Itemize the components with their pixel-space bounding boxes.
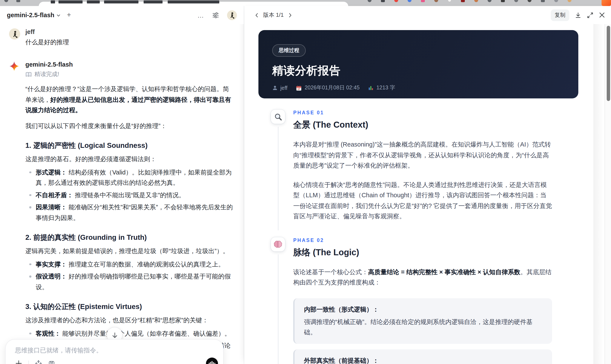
bullet-dot	[29, 206, 31, 208]
assistant-name: gemini-2.5-flash	[25, 60, 235, 69]
version-label: 版本 1/1	[263, 11, 284, 19]
divider	[28, 360, 29, 364]
timeline-connector	[278, 254, 279, 364]
bullet-dot	[29, 171, 31, 173]
chat-panel: gemini-2.5-flash + …	[0, 6, 244, 364]
extension-icon-fragment	[408, 0, 412, 2]
calendar-icon: 17	[296, 85, 302, 91]
chat-section-heading: 2. 前提的真实性 (Grounding in Truth)	[25, 232, 235, 242]
previous-version-button[interactable]	[254, 13, 259, 17]
browser-icon-fragment	[16, 0, 20, 2]
new-chat-button[interactable]: +	[67, 11, 71, 19]
extension-icon-fragment	[421, 0, 425, 2]
extension-icon-fragment	[381, 0, 385, 2]
brain-icon	[271, 237, 285, 251]
dimension-card: 内部一致性（形式逻辑）：强调推理的“机械正确”。结论必须在给定的规则系统内逻辑自…	[293, 298, 552, 344]
phase-paragraph: 核心情境在于解决“思考的随意性”问题。不论是人类通过批判性思维进行决策，还是大语…	[293, 179, 552, 221]
gemini-star-icon	[9, 61, 19, 71]
bullet-dot	[29, 275, 31, 277]
chat-section-heading: 1. 逻辑的严密性 (Logical Soundness)	[25, 140, 235, 150]
composer-placeholder: 思维接口已就绪，请传输指令。	[15, 346, 214, 354]
report-phase-section: PHASE 01全景 (The Context)本内容是对“推理 (Reason…	[244, 110, 593, 224]
phase-label: PHASE 02	[293, 237, 552, 243]
close-button[interactable]	[599, 12, 605, 18]
model-selector[interactable]: gemini-2.5-flash	[7, 12, 61, 18]
chevron-down-icon	[56, 13, 61, 18]
user-avatar	[9, 28, 20, 39]
bullet-dot	[29, 263, 31, 265]
model-name: gemini-2.5-flash	[7, 12, 54, 18]
app-window: gemini-2.5-flash + …	[0, 0, 611, 364]
assistant-body: “什么是好的推理？”这是一个涉及逻辑学、认知科学和哲学核心的问题。简单来说，好的…	[25, 84, 235, 364]
dimension-card: 外部真实性（前提基础）：强调推理的“经验校准”。解决“GIGO（垃圾进，垃圾出）…	[293, 349, 552, 364]
chat-bullet-list: 形式逻辑： 结构必须有效（Valid）。比如演绎推理中，如果前提全部为真，那么通…	[25, 167, 235, 223]
chat-header: gemini-2.5-flash + …	[0, 6, 244, 24]
message-composer[interactable]: 思维接口已就绪，请传输指令。	[5, 339, 224, 364]
phase-title: 脉络 (The Logic)	[293, 246, 552, 258]
browser-toolbar-strip	[0, 0, 611, 6]
chat-bullet-item: 客观性： 能够识别并尽量排除个人偏见（如幸存者偏差、确认偏差）。	[25, 328, 235, 339]
waveform-icon	[209, 361, 215, 364]
phase-title: 全景 (The Context)	[293, 119, 552, 131]
scrollbar-thumb[interactable]	[607, 26, 610, 101]
extension-icon-fragment	[568, 0, 571, 2]
extension-icon-fragment	[528, 0, 531, 2]
copy-button[interactable]: 复制	[551, 9, 569, 21]
attach-button[interactable]	[15, 360, 22, 364]
extension-icon-fragment	[514, 0, 518, 2]
phase-label: PHASE 01	[293, 110, 552, 116]
expand-button[interactable]	[587, 12, 593, 18]
voice-input-button[interactable]	[206, 358, 218, 364]
card-title: 外部真实性（前提基础）：	[304, 356, 543, 364]
report-date: 2026年01月08日 02:45	[305, 84, 360, 91]
report-title: 精读分析报告	[272, 63, 565, 78]
assistant-message: gemini-2.5-flash 精读完成! “什么是好的推理？”这是一个涉及逻…	[9, 60, 235, 364]
tools-button[interactable]	[35, 360, 42, 364]
chat-bullet-item: 形式逻辑： 结构必须有效（Valid）。比如演绎推理中，如果前提全部为真，那么通…	[25, 167, 235, 188]
svg-text:17: 17	[298, 88, 300, 90]
browser-icon-fragment	[4, 0, 8, 2]
person-icon	[272, 85, 278, 91]
scrollbar-track[interactable]	[605, 24, 611, 364]
chat-bullet-list: 事实支撑： 推理建立在可靠的数据、准确的观测或公认的真理之上。假设透明： 好的推…	[25, 259, 235, 292]
user-avatar[interactable]	[227, 10, 237, 20]
card-title: 内部一致性（形式逻辑）：	[304, 304, 543, 314]
magnifier-icon	[271, 110, 285, 124]
bullet-dot	[29, 332, 31, 334]
book-icon	[25, 71, 32, 78]
report-author: jeff	[280, 85, 287, 91]
user-message-text: 什么是好的推理	[25, 37, 235, 47]
chat-bullet-item: 因果清晰： 能准确区分“相关性”和“因果关系”，不会轻率地将先后发生的事情归为因…	[25, 202, 235, 223]
chat-bullet-item: 事实支撑： 推理建立在可靠的数据、准确的观测或公认的真理之上。	[25, 259, 235, 270]
report-meta: jeff 172026年01月08日 02:45 1213 字	[272, 84, 565, 91]
version-navigator: 版本 1/1	[254, 11, 292, 19]
address-bar[interactable]	[39, 2, 348, 6]
report-type-badge: 思维过程	[272, 44, 306, 57]
phase-paragraph: 本内容是对“推理 (Reasoning)”这一抽象概念的高层建模。在知识爆炸与人…	[293, 139, 552, 171]
bookmark-button[interactable]	[48, 360, 55, 364]
chat-section-description: 逻辑再完美，如果前提是错误的，推理也是垃圾（即“垃圾进，垃圾出”）。	[25, 246, 235, 256]
extension-icon-fragment	[541, 0, 545, 2]
card-body: 强调推理的“机械正确”。结论必须在给定的规则系统内逻辑自洽，这是推理的硬件基础。	[304, 316, 543, 338]
chat-section-description: 这涉及推理者的心态和方法论，也是区分“杠精”和“思想家”的关键：	[25, 315, 235, 325]
extension-icon-fragment	[368, 0, 372, 2]
model-settings-icon[interactable]	[212, 11, 219, 19]
bullet-dot	[29, 194, 31, 196]
download-button[interactable]	[575, 12, 581, 18]
chat-message-list[interactable]: jeff 什么是好的推理 gemini-2.5-f	[0, 24, 244, 364]
phase-card-list: 内部一致性（形式逻辑）：强调推理的“机械正确”。结论必须在给定的规则系统内逻辑自…	[293, 298, 552, 364]
assistant-status-text: 精读完成!	[34, 70, 59, 79]
bar-chart-icon	[368, 85, 374, 91]
next-version-button[interactable]	[287, 13, 292, 17]
chat-section-description: 这是推理的基石。好的推理必须遵循逻辑法则：	[25, 154, 235, 164]
extension-icon-fragment	[448, 0, 452, 2]
extension-icon-fragment	[488, 0, 491, 2]
timeline-connector	[278, 127, 279, 230]
report-word-count: 1213 字	[376, 84, 395, 91]
report-document[interactable]: 思维过程 精读分析报告 jeff 172026年01月08日 02:45 121…	[244, 24, 593, 364]
user-name: jeff	[25, 27, 235, 36]
more-options-button[interactable]: …	[197, 11, 204, 19]
browser-profile-blob	[601, 0, 611, 6]
arrow-down-icon	[111, 332, 118, 338]
assistant-status: 精读完成!	[25, 70, 235, 79]
